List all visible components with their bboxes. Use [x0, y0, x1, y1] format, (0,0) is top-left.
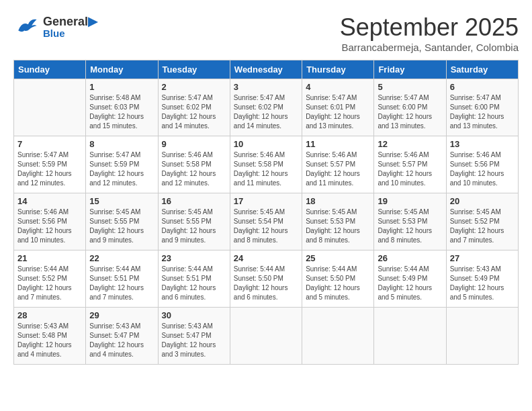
- day-number: 25: [306, 253, 370, 263]
- day-number: 7: [17, 139, 82, 149]
- day-info: Sunrise: 5:43 AM Sunset: 5:47 PM Dayligh…: [89, 322, 154, 359]
- day-number: 22: [89, 253, 154, 263]
- calendar-cell: 9Sunrise: 5:46 AM Sunset: 5:58 PM Daylig…: [158, 136, 230, 193]
- col-header-wednesday: Wednesday: [230, 60, 302, 79]
- day-info: Sunrise: 5:47 AM Sunset: 6:02 PM Dayligh…: [162, 93, 226, 131]
- calendar-cell: 3Sunrise: 5:47 AM Sunset: 6:02 PM Daylig…: [230, 79, 302, 136]
- day-number: 13: [450, 139, 515, 149]
- calendar-cell: 24Sunrise: 5:44 AM Sunset: 5:50 PM Dayli…: [230, 250, 302, 308]
- day-info: Sunrise: 5:45 AM Sunset: 5:52 PM Dayligh…: [450, 208, 515, 245]
- day-info: Sunrise: 5:47 AM Sunset: 5:59 PM Dayligh…: [89, 150, 154, 188]
- col-header-friday: Friday: [374, 60, 446, 79]
- day-info: Sunrise: 5:47 AM Sunset: 6:02 PM Dayligh…: [234, 93, 298, 131]
- day-info: Sunrise: 5:43 AM Sunset: 5:47 PM Dayligh…: [162, 322, 226, 359]
- day-info: Sunrise: 5:43 AM Sunset: 5:48 PM Dayligh…: [17, 322, 82, 359]
- calendar-cell: 17Sunrise: 5:45 AM Sunset: 5:54 PM Dayli…: [230, 193, 302, 250]
- day-number: 30: [162, 310, 226, 320]
- day-number: 16: [162, 196, 226, 206]
- day-number: 4: [306, 82, 370, 92]
- day-number: 26: [378, 253, 442, 263]
- day-number: 19: [378, 196, 442, 206]
- calendar-cell: 6Sunrise: 5:47 AM Sunset: 6:00 PM Daylig…: [446, 79, 518, 136]
- logo-icon: [13, 13, 40, 40]
- day-info: Sunrise: 5:44 AM Sunset: 5:51 PM Dayligh…: [162, 265, 226, 302]
- day-info: Sunrise: 5:46 AM Sunset: 5:58 PM Dayligh…: [234, 150, 298, 188]
- calendar-cell: 11Sunrise: 5:46 AM Sunset: 5:57 PM Dayli…: [302, 136, 374, 193]
- calendar-cell: 26Sunrise: 5:44 AM Sunset: 5:49 PM Dayli…: [374, 250, 446, 308]
- day-number: 2: [162, 82, 226, 92]
- calendar-table: SundayMondayTuesdayWednesdayThursdayFrid…: [13, 60, 519, 365]
- day-number: 1: [89, 82, 154, 92]
- day-info: Sunrise: 5:45 AM Sunset: 5:55 PM Dayligh…: [162, 208, 226, 245]
- calendar-body: 1Sunrise: 5:48 AM Sunset: 6:03 PM Daylig…: [14, 79, 519, 365]
- day-number: 12: [378, 139, 442, 149]
- month-title: September 2025: [340, 13, 519, 42]
- day-number: 17: [234, 196, 298, 206]
- title-area: September 2025 Barrancabermeja, Santande…: [340, 13, 519, 53]
- day-number: 29: [89, 310, 154, 320]
- day-info: Sunrise: 5:46 AM Sunset: 5:57 PM Dayligh…: [378, 150, 442, 188]
- day-info: Sunrise: 5:48 AM Sunset: 6:03 PM Dayligh…: [89, 93, 154, 131]
- calendar-cell: 22Sunrise: 5:44 AM Sunset: 5:51 PM Dayli…: [86, 250, 158, 308]
- day-number: 28: [17, 310, 82, 320]
- calendar-cell: [14, 79, 86, 136]
- day-info: Sunrise: 5:45 AM Sunset: 5:53 PM Dayligh…: [306, 208, 370, 245]
- day-number: 9: [162, 139, 226, 149]
- day-number: 23: [162, 253, 226, 263]
- day-info: Sunrise: 5:43 AM Sunset: 5:49 PM Dayligh…: [450, 265, 515, 302]
- day-info: Sunrise: 5:46 AM Sunset: 5:58 PM Dayligh…: [162, 150, 226, 188]
- calendar-cell: 18Sunrise: 5:45 AM Sunset: 5:53 PM Dayli…: [302, 193, 374, 250]
- calendar-cell: 4Sunrise: 5:47 AM Sunset: 6:01 PM Daylig…: [302, 79, 374, 136]
- calendar-cell: 16Sunrise: 5:45 AM Sunset: 5:55 PM Dayli…: [158, 193, 230, 250]
- calendar-cell: 1Sunrise: 5:48 AM Sunset: 6:03 PM Daylig…: [86, 79, 158, 136]
- day-number: 27: [450, 253, 515, 263]
- col-header-saturday: Saturday: [446, 60, 518, 79]
- calendar-cell: 14Sunrise: 5:46 AM Sunset: 5:56 PM Dayli…: [14, 193, 86, 250]
- day-info: Sunrise: 5:44 AM Sunset: 5:52 PM Dayligh…: [17, 265, 82, 302]
- week-row-4: 21Sunrise: 5:44 AM Sunset: 5:52 PM Dayli…: [14, 250, 519, 308]
- day-number: 5: [378, 82, 442, 92]
- calendar-cell: 15Sunrise: 5:45 AM Sunset: 5:55 PM Dayli…: [86, 193, 158, 250]
- day-number: 18: [306, 196, 370, 206]
- day-number: 11: [306, 139, 370, 149]
- calendar-cell: 20Sunrise: 5:45 AM Sunset: 5:52 PM Dayli…: [446, 193, 518, 250]
- logo-general: General: [43, 15, 88, 28]
- calendar-cell: 10Sunrise: 5:46 AM Sunset: 5:58 PM Dayli…: [230, 136, 302, 193]
- calendar-cell: 7Sunrise: 5:47 AM Sunset: 5:59 PM Daylig…: [14, 136, 86, 193]
- calendar-header-row: SundayMondayTuesdayWednesdayThursdayFrid…: [14, 60, 519, 79]
- week-row-2: 7Sunrise: 5:47 AM Sunset: 5:59 PM Daylig…: [14, 136, 519, 193]
- day-info: Sunrise: 5:45 AM Sunset: 5:53 PM Dayligh…: [378, 208, 442, 245]
- week-row-3: 14Sunrise: 5:46 AM Sunset: 5:56 PM Dayli…: [14, 193, 519, 250]
- day-info: Sunrise: 5:44 AM Sunset: 5:50 PM Dayligh…: [306, 265, 370, 302]
- calendar-cell: 19Sunrise: 5:45 AM Sunset: 5:53 PM Dayli…: [374, 193, 446, 250]
- calendar-cell: 30Sunrise: 5:43 AM Sunset: 5:47 PM Dayli…: [158, 308, 230, 365]
- logo-text-block: General▶ Blue: [43, 15, 97, 39]
- calendar-cell: [374, 308, 446, 365]
- calendar-cell: [446, 308, 518, 365]
- col-header-monday: Monday: [86, 60, 158, 79]
- day-number: 20: [450, 196, 515, 206]
- week-row-5: 28Sunrise: 5:43 AM Sunset: 5:48 PM Dayli…: [14, 308, 519, 365]
- calendar-cell: 5Sunrise: 5:47 AM Sunset: 6:00 PM Daylig…: [374, 79, 446, 136]
- calendar-cell: 12Sunrise: 5:46 AM Sunset: 5:57 PM Dayli…: [374, 136, 446, 193]
- calendar-cell: 2Sunrise: 5:47 AM Sunset: 6:02 PM Daylig…: [158, 79, 230, 136]
- day-number: 3: [234, 82, 298, 92]
- day-info: Sunrise: 5:47 AM Sunset: 6:01 PM Dayligh…: [306, 93, 370, 131]
- logo: General▶ Blue: [13, 13, 97, 40]
- calendar-cell: 13Sunrise: 5:46 AM Sunset: 5:56 PM Dayli…: [446, 136, 518, 193]
- day-info: Sunrise: 5:46 AM Sunset: 5:56 PM Dayligh…: [450, 150, 515, 188]
- calendar-cell: 27Sunrise: 5:43 AM Sunset: 5:49 PM Dayli…: [446, 250, 518, 308]
- calendar-cell: 28Sunrise: 5:43 AM Sunset: 5:48 PM Dayli…: [14, 308, 86, 365]
- day-number: 8: [89, 139, 154, 149]
- day-info: Sunrise: 5:47 AM Sunset: 6:00 PM Dayligh…: [378, 93, 442, 131]
- day-info: Sunrise: 5:44 AM Sunset: 5:50 PM Dayligh…: [234, 265, 298, 302]
- logo-blue-label: Blue: [43, 28, 97, 38]
- col-header-thursday: Thursday: [302, 60, 374, 79]
- day-number: 21: [17, 253, 82, 263]
- calendar-cell: 8Sunrise: 5:47 AM Sunset: 5:59 PM Daylig…: [86, 136, 158, 193]
- day-info: Sunrise: 5:46 AM Sunset: 5:57 PM Dayligh…: [306, 150, 370, 188]
- day-number: 15: [89, 196, 154, 206]
- calendar-cell: 29Sunrise: 5:43 AM Sunset: 5:47 PM Dayli…: [86, 308, 158, 365]
- location: Barrancabermeja, Santander, Colombia: [340, 42, 519, 53]
- day-info: Sunrise: 5:47 AM Sunset: 6:00 PM Dayligh…: [450, 93, 515, 131]
